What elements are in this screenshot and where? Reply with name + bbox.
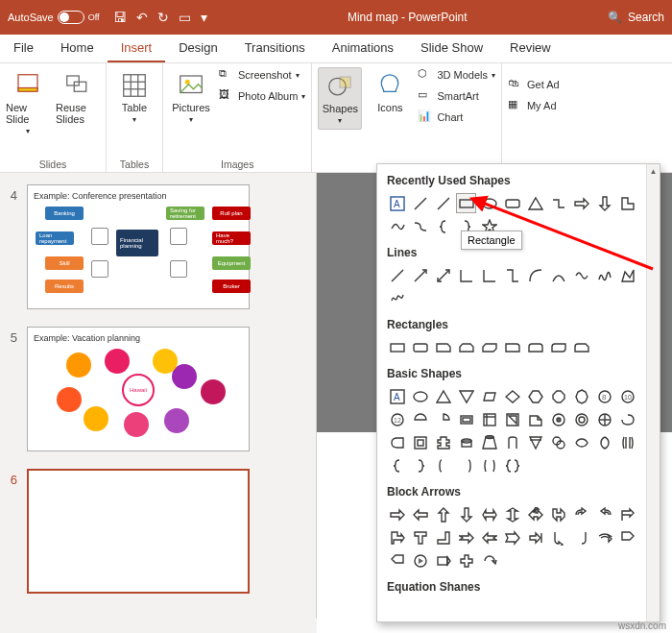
shape-basic-1[interactable] <box>410 386 430 406</box>
shape-line-double[interactable] <box>433 265 453 285</box>
shape-basic-21[interactable] <box>617 409 637 429</box>
shape-elbow[interactable] <box>548 193 568 213</box>
shape-basic-32[interactable] <box>617 432 637 452</box>
my-addins-button[interactable]: ▦My Ad <box>508 98 560 113</box>
tab-slideshow[interactable]: Slide Show <box>407 35 496 62</box>
shape-connector[interactable] <box>410 216 430 236</box>
shape-basic-28[interactable] <box>525 432 545 452</box>
shape-basic-38[interactable] <box>502 455 522 475</box>
shape-arrow-9[interactable] <box>594 504 614 524</box>
shape-curve2[interactable] <box>548 265 568 285</box>
shape-arrow-21[interactable] <box>617 527 637 548</box>
new-slide-button[interactable]: New Slide▾ <box>6 67 50 135</box>
shape-arrow-19[interactable] <box>571 527 591 548</box>
shape-curve3[interactable] <box>571 265 591 285</box>
shape-basic-5[interactable] <box>502 386 522 406</box>
shape-round1[interactable] <box>502 337 522 357</box>
shape-line2[interactable] <box>433 193 453 213</box>
shape-basic-33[interactable] <box>387 455 407 475</box>
shape-basic-24[interactable] <box>433 432 453 452</box>
photo-album-button[interactable]: 🖼Photo Album ▾ <box>219 88 305 104</box>
shape-basic-20[interactable] <box>594 409 614 429</box>
slide-thumbnail-panel[interactable]: 4 Example: Conference presentation Finan… <box>0 173 317 619</box>
shape-triangle[interactable] <box>525 193 545 213</box>
shape-basic-19[interactable] <box>571 409 591 429</box>
shape-curve[interactable] <box>525 265 545 285</box>
shape-arrow-15[interactable] <box>479 527 499 548</box>
shape-basic-15[interactable] <box>479 409 499 429</box>
tab-insert[interactable]: Insert <box>108 35 166 62</box>
shape-arrow-1[interactable] <box>410 504 430 524</box>
shape-arrow-2[interactable] <box>433 504 453 524</box>
shape-basic-35[interactable] <box>433 455 453 475</box>
tab-design[interactable]: Design <box>165 35 230 62</box>
screenshot-button[interactable]: ⧉Screenshot ▾ <box>219 67 305 83</box>
scroll-up-icon[interactable]: ▲ <box>647 164 660 178</box>
shape-scribble[interactable] <box>594 265 614 285</box>
tab-animations[interactable]: Animations <box>319 35 407 62</box>
shape-arrow-25[interactable] <box>456 550 476 571</box>
shape-basic-9[interactable]: 8 <box>594 386 614 406</box>
shape-textbox[interactable]: A <box>387 193 407 213</box>
shape-basic-30[interactable] <box>571 432 591 452</box>
shape-arrow-24[interactable] <box>433 550 453 571</box>
3d-models-button[interactable]: ⬡3D Models ▾ <box>418 67 495 83</box>
thumbnail[interactable]: Example: Conference presentation Financi… <box>27 184 250 309</box>
shape-basic-18[interactable] <box>548 409 568 429</box>
thumbnail[interactable] <box>27 469 250 594</box>
get-addins-button[interactable]: 🛍Get Ad <box>508 77 560 92</box>
present-icon[interactable]: ▭ <box>179 10 191 25</box>
shape-basic-31[interactable] <box>594 432 614 452</box>
shape-freeform2[interactable] <box>617 265 637 285</box>
shape-snip2[interactable] <box>456 337 476 357</box>
shape-line-arrow[interactable] <box>410 265 430 285</box>
shapes-button[interactable]: Shapes▾ <box>318 67 362 130</box>
tab-review[interactable]: Review <box>496 35 564 62</box>
shape-rectangle[interactable] <box>456 193 476 213</box>
shape-roundsnip[interactable] <box>571 337 591 357</box>
shape-arrow-11[interactable] <box>387 527 407 548</box>
shape-round2same[interactable] <box>525 337 545 357</box>
smartart-button[interactable]: ▭SmartArt <box>418 88 495 104</box>
chart-button[interactable]: 📊Chart <box>418 110 495 125</box>
shape-arrow-7[interactable] <box>548 504 568 524</box>
shape-basic-29[interactable] <box>548 432 568 452</box>
shape-basic-34[interactable] <box>410 455 430 475</box>
search-box[interactable]: 🔍 Search <box>608 11 664 24</box>
flyout-scrollbar[interactable]: ▲ <box>646 164 660 621</box>
shape-arrow-8[interactable] <box>571 504 591 524</box>
shape-basic-17[interactable] <box>525 409 545 429</box>
shape-brace-l[interactable] <box>433 216 453 236</box>
shape-arrow-d[interactable] <box>594 193 614 213</box>
reuse-slides-button[interactable]: Reuse Slides <box>56 67 100 125</box>
shape-arrow-6[interactable] <box>525 504 545 524</box>
shape-arrow-22[interactable] <box>387 550 407 571</box>
redo-icon[interactable]: ↻ <box>157 10 169 25</box>
shape-arrow-23[interactable] <box>410 550 430 571</box>
slide-thumb-5[interactable]: 5 Example: Vacation planning Hawaii <box>4 327 306 451</box>
shape-basic-16[interactable] <box>502 409 522 429</box>
autosave-toggle[interactable]: AutoSave Off <box>8 11 100 24</box>
shape-lshape[interactable] <box>617 193 637 213</box>
tab-file[interactable]: File <box>0 35 47 62</box>
shape-arrow-3[interactable] <box>456 504 476 524</box>
shape-snip-diag[interactable] <box>479 337 499 357</box>
shape-basic-11[interactable]: 12 <box>387 409 407 429</box>
shape-basic-2[interactable] <box>433 386 453 406</box>
shape-basic-27[interactable] <box>502 432 522 452</box>
shape-elbow[interactable] <box>456 265 476 285</box>
shape-basic-14[interactable] <box>456 409 476 429</box>
shape-arrow-14[interactable] <box>456 527 476 548</box>
shape-basic-10[interactable]: 10 <box>617 386 637 406</box>
slide-thumb-4[interactable]: 4 Example: Conference presentation Finan… <box>4 184 306 309</box>
tab-transitions[interactable]: Transitions <box>231 35 319 62</box>
shape-arrow-17[interactable] <box>525 527 545 548</box>
shape-basic-6[interactable] <box>525 386 545 406</box>
shape-elbow-double[interactable] <box>502 265 522 285</box>
shape-arrow-18[interactable] <box>548 527 568 548</box>
thumbnail[interactable]: Example: Vacation planning Hawaii <box>27 327 250 451</box>
shape-basic-13[interactable] <box>433 409 453 429</box>
shape-basic-8[interactable] <box>571 386 591 406</box>
shape-basic-23[interactable] <box>410 432 430 452</box>
shape-arrow-20[interactable] <box>594 527 614 548</box>
